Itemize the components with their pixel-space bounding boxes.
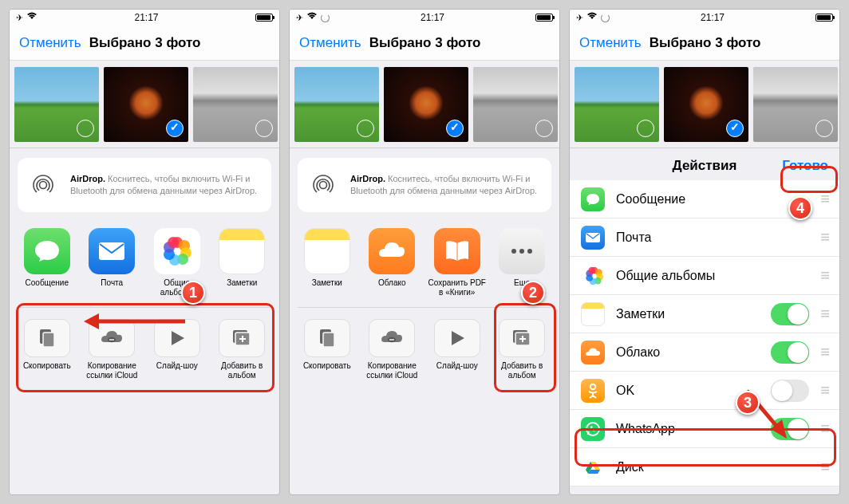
select-circle[interactable] xyxy=(815,120,833,137)
nav-bar: Отменить Выбрано 3 фото xyxy=(570,26,839,61)
arrow-1 xyxy=(81,311,189,332)
thumb-1[interactable] xyxy=(14,67,99,142)
thumb-2[interactable] xyxy=(664,67,748,142)
action-add-album[interactable]: Добавить в альбом xyxy=(493,319,552,380)
app-label: Сообщение xyxy=(26,278,69,297)
app-cloud[interactable]: Облако xyxy=(363,228,422,297)
action-copy[interactable]: Скопировать xyxy=(298,319,357,380)
toggle-switch[interactable] xyxy=(771,341,809,364)
row-cloud[interactable]: Облако ≡ xyxy=(570,333,839,372)
cancel-button[interactable]: Отменить xyxy=(19,35,81,51)
action-label: Добавить в альбом xyxy=(493,361,552,380)
airdrop-panel[interactable]: AirDrop. Коснитесь, чтобы включить Wi-Fi… xyxy=(18,158,271,212)
action-label: Скопировать xyxy=(303,361,351,380)
status-time: 21:17 xyxy=(134,12,158,23)
share-app-row[interactable]: Сообщение Почта Общие альбомы Заметки xyxy=(10,222,279,302)
cancel-button[interactable]: Отменить xyxy=(299,35,361,51)
more-icon xyxy=(499,228,545,274)
share-app-row[interactable]: Заметки Облако Сохранить PDF в «Книги» Е… xyxy=(290,222,559,302)
drag-handle-icon[interactable]: ≡ xyxy=(820,190,828,208)
action-label: Копирование ссылки iCloud xyxy=(363,361,422,380)
preview-row[interactable] xyxy=(10,61,279,148)
row-notes[interactable]: Заметки ≡ xyxy=(570,295,839,333)
app-label: Облако xyxy=(378,278,406,297)
drag-handle-icon[interactable]: ≡ xyxy=(820,458,828,476)
row-disk[interactable]: Диск ≡ xyxy=(570,448,839,486)
nav-bar: Отменить Выбрано 3 фото xyxy=(10,26,279,61)
callout-2: 2 xyxy=(521,281,545,305)
airdrop-panel[interactable]: AirDrop. Коснитесь, чтобы включить Wi-Fi… xyxy=(298,158,551,212)
row-whatsapp[interactable]: WhatsApp ≡ xyxy=(570,410,839,448)
status-bar: ✈ 21:17 xyxy=(570,10,839,26)
airdrop-icon xyxy=(26,167,61,203)
spinner-icon xyxy=(601,14,610,22)
cloud-icon xyxy=(581,341,605,364)
wifi-icon xyxy=(26,12,38,22)
airdrop-text: AirDrop. Коснитесь, чтобы включить Wi-Fi… xyxy=(350,173,543,197)
select-circle[interactable] xyxy=(535,120,553,137)
thumb-2[interactable] xyxy=(384,67,468,142)
svg-point-10 xyxy=(511,249,516,254)
app-notes[interactable]: Заметки xyxy=(298,228,357,297)
thumb-1[interactable] xyxy=(294,67,379,142)
app-books[interactable]: Сохранить PDF в «Книги» xyxy=(428,228,487,297)
select-circle[interactable] xyxy=(77,120,94,137)
action-icloud-link[interactable]: Копирование ссылки iCloud xyxy=(363,319,422,380)
drive-icon xyxy=(581,455,605,479)
app-label: Сохранить PDF в «Книги» xyxy=(428,278,487,297)
airplane-mode-icon: ✈ xyxy=(576,13,583,23)
thumb-1[interactable] xyxy=(575,67,659,142)
messages-icon xyxy=(24,228,70,274)
row-mail[interactable]: Почта ≡ xyxy=(570,219,839,257)
activities-title: Действия xyxy=(673,158,737,174)
cloud-icon xyxy=(369,228,415,274)
wifi-icon xyxy=(586,12,598,22)
preview-row[interactable] xyxy=(570,61,839,148)
drag-handle-icon[interactable]: ≡ xyxy=(820,266,828,285)
play-icon xyxy=(434,319,480,357)
drag-handle-icon[interactable]: ≡ xyxy=(820,381,828,400)
airdrop-text: AirDrop. Коснитесь, чтобы включить Wi-Fi… xyxy=(70,173,263,197)
thumb-3[interactable] xyxy=(193,67,278,142)
action-row[interactable]: Скопировать Копирование ссылки iCloud Сл… xyxy=(290,313,559,385)
row-label: Диск xyxy=(616,460,820,474)
row-shared-albums[interactable]: Общие альбомы ≡ xyxy=(570,257,839,295)
add-album-icon xyxy=(499,319,545,357)
action-slideshow[interactable]: Слайд-шоу xyxy=(428,319,487,380)
select-circle-checked[interactable] xyxy=(166,120,184,137)
svg-rect-3 xyxy=(43,333,54,347)
mail-icon xyxy=(89,228,135,274)
svg-point-8 xyxy=(320,182,327,189)
action-copy[interactable]: Скопировать xyxy=(18,319,77,380)
preview-row[interactable] xyxy=(290,61,559,148)
copy-icon xyxy=(24,319,70,357)
drag-handle-icon[interactable]: ≡ xyxy=(820,228,828,246)
drag-handle-icon[interactable]: ≡ xyxy=(820,343,828,361)
thumb-3[interactable] xyxy=(473,67,558,142)
select-circle[interactable] xyxy=(255,120,273,137)
thumb-3[interactable] xyxy=(753,67,838,142)
toggle-switch[interactable] xyxy=(771,303,809,325)
drag-handle-icon[interactable]: ≡ xyxy=(820,419,828,438)
spinner-icon xyxy=(321,14,330,22)
nav-title: Выбрано 3 фото xyxy=(369,35,481,51)
action-add-album[interactable]: Добавить в альбом xyxy=(213,319,272,380)
row-ok[interactable]: OK ≡ xyxy=(570,372,839,410)
app-notes[interactable]: Заметки xyxy=(213,228,272,297)
row-label: Облако xyxy=(616,345,771,360)
select-circle-checked[interactable] xyxy=(446,120,464,137)
airplane-mode-icon: ✈ xyxy=(296,13,303,23)
thumb-2[interactable] xyxy=(104,67,188,142)
app-messages[interactable]: Сообщение xyxy=(18,228,77,297)
done-button[interactable]: Готово xyxy=(782,158,828,174)
status-bar: ✈ 21:17 xyxy=(10,10,279,26)
divider xyxy=(18,307,271,308)
app-mail[interactable]: Почта xyxy=(83,228,142,297)
select-circle[interactable] xyxy=(357,120,374,137)
select-circle[interactable] xyxy=(637,120,654,137)
notes-icon xyxy=(219,228,265,274)
wifi-icon xyxy=(306,12,318,22)
cancel-button[interactable]: Отменить xyxy=(579,35,642,51)
select-circle-checked[interactable] xyxy=(726,120,744,137)
drag-handle-icon[interactable]: ≡ xyxy=(820,305,828,323)
